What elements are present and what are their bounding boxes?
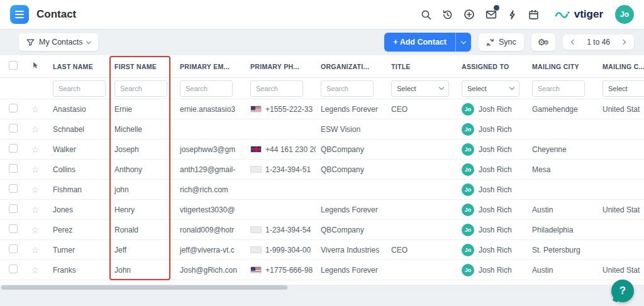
first-name-cell[interactable]: Anthony	[109, 165, 175, 174]
primary-email-cell[interactable]: anth129@gmail-	[175, 165, 245, 174]
first-name-cell[interactable]: Joseph	[109, 145, 175, 154]
assigned-to-filter-select[interactable]: Select	[462, 80, 519, 97]
row-checkbox[interactable]	[9, 104, 18, 112]
star-icon[interactable]: ☆	[31, 104, 40, 114]
primary-email-filter-input[interactable]	[180, 80, 233, 97]
organization-filter-input[interactable]	[321, 80, 374, 97]
first-name-cell[interactable]: John	[109, 266, 175, 275]
organization-cell[interactable]: Legends Forever	[316, 105, 386, 114]
star-icon[interactable]: ☆	[31, 165, 40, 175]
first-name-cell[interactable]: Jeff	[109, 246, 175, 254]
help-button[interactable]: ?	[611, 280, 634, 302]
last-name-cell[interactable]: Turner	[48, 246, 109, 254]
primary-phone-cell[interactable]: 1-234-394-51	[245, 165, 316, 174]
organization-cell[interactable]: ESW Vision	[316, 125, 386, 134]
organization-cell[interactable]: Viverra Industries	[316, 246, 386, 254]
table-row[interactable]: ☆ Turner Jeff jeff@viverra-vt.c 1-999-30…	[0, 240, 644, 260]
mailing-city-filter-input[interactable]	[532, 80, 585, 97]
star-icon[interactable]: ☆	[31, 145, 40, 155]
table-row[interactable]: ☆ Perez Ronald ronald009@hotr 1-234-394-…	[0, 220, 644, 240]
first-name-cell[interactable]: Ronald	[109, 226, 175, 234]
primary-phone-cell[interactable]: 1-999-304-00	[245, 246, 316, 254]
table-row[interactable]: ☆ Jones Henry vtigertest3030@ Legends Fo…	[0, 200, 644, 220]
table-row[interactable]: ☆ Schnabel Michelle ESW Vision Jo Josh R…	[0, 119, 644, 139]
horizontal-scrollbar[interactable]	[0, 285, 644, 290]
star-icon[interactable]: ☆	[31, 124, 40, 134]
add-icon[interactable]	[464, 9, 475, 20]
menu-icon[interactable]	[10, 5, 29, 24]
scrollbar-thumb[interactable]	[1, 285, 287, 290]
column-header-mailing-city[interactable]: MAILING CITY	[527, 63, 597, 70]
bolt-icon[interactable]	[508, 9, 518, 20]
last-name-cell[interactable]: Anastasio	[48, 105, 109, 114]
row-checkbox[interactable]	[9, 144, 18, 153]
primary-email-cell[interactable]: Josh@gRich.con	[175, 266, 245, 275]
column-header-assigned-to[interactable]: ASSIGNED TO	[457, 63, 527, 70]
column-header-last-name[interactable]: LAST NAME	[48, 63, 109, 70]
last-name-filter-input[interactable]	[53, 80, 106, 97]
star-icon[interactable]: ☆	[31, 225, 40, 235]
primary-phone-filter-input[interactable]	[250, 80, 303, 97]
prev-page-button[interactable]	[568, 38, 579, 46]
primary-email-cell[interactable]: rich@rich.com	[175, 185, 245, 194]
sync-button[interactable]: Sync	[479, 33, 524, 51]
mailing-country-filter-select[interactable]: Select	[602, 80, 644, 97]
row-checkbox[interactable]	[9, 204, 18, 213]
column-header-primary-email[interactable]: PRIMARY EM...	[175, 63, 245, 70]
primary-phone-cell[interactable]: 1-234-394-54	[245, 226, 316, 234]
table-row[interactable]: ☆ Fishman john rich@rich.com Jo Josh Ric…	[0, 180, 644, 200]
assigned-to-cell[interactable]: Jo Josh Rich	[457, 224, 527, 236]
user-avatar[interactable]: Jo	[615, 5, 634, 24]
last-name-cell[interactable]: Fishman	[48, 185, 109, 194]
organization-cell[interactable]: Legends Forever	[316, 266, 386, 275]
assigned-to-cell[interactable]: Jo Josh Rich	[457, 123, 527, 136]
last-name-cell[interactable]: Perez	[48, 226, 109, 234]
last-name-cell[interactable]: Collins	[48, 165, 109, 174]
column-header-organization[interactable]: ORGANIZATI...	[316, 63, 386, 70]
assigned-to-cell[interactable]: Jo Josh Rich	[457, 204, 527, 216]
row-checkbox[interactable]	[9, 265, 18, 273]
search-icon[interactable]	[421, 9, 431, 20]
row-checkbox[interactable]	[9, 124, 18, 133]
column-header-first-name[interactable]: FIRST NAME	[109, 63, 175, 70]
organization-cell[interactable]: QBCompany	[316, 145, 386, 154]
assigned-to-cell[interactable]: Jo Josh Rich	[457, 103, 527, 116]
select-all-checkbox[interactable]	[9, 61, 18, 70]
first-name-cell[interactable]: john	[109, 185, 175, 194]
row-checkbox[interactable]	[9, 164, 18, 173]
star-icon[interactable]: ☆	[31, 265, 40, 275]
last-name-cell[interactable]: Franks	[48, 266, 109, 275]
next-page-button[interactable]	[618, 38, 629, 46]
primary-email-cell[interactable]: josephww3@gm	[175, 145, 245, 154]
title-filter-select[interactable]: Select	[391, 80, 449, 97]
add-contact-dropdown[interactable]	[455, 33, 471, 52]
table-row[interactable]: ☆ Walker Joseph josephww3@gm +44 161 230…	[0, 139, 644, 160]
row-checkbox[interactable]	[9, 224, 18, 233]
assigned-to-cell[interactable]: Jo Josh Rich	[457, 163, 527, 176]
add-contact-button[interactable]: + Add Contact	[384, 33, 471, 52]
primary-phone-cell[interactable]: +1555-222-33	[245, 105, 316, 114]
row-checkbox[interactable]	[9, 184, 18, 193]
row-checkbox[interactable]	[9, 244, 18, 253]
column-header-mailing-country[interactable]: MAILING C...	[597, 63, 644, 70]
assigned-to-cell[interactable]: Jo Josh Rich	[457, 264, 527, 276]
primary-phone-cell[interactable]: +1775-666-98	[245, 266, 316, 275]
calendar-icon[interactable]	[528, 9, 539, 20]
organization-cell[interactable]: Legends Forever	[316, 205, 386, 214]
primary-email-cell[interactable]: jeff@viverra-vt.c	[175, 246, 245, 254]
first-name-cell[interactable]: Henry	[109, 205, 175, 214]
primary-email-cell[interactable]: ernie.anastasio3	[175, 105, 245, 114]
add-contact-label[interactable]: + Add Contact	[384, 33, 455, 52]
star-icon[interactable]: ☆	[31, 245, 40, 255]
first-name-cell[interactable]: Michelle	[109, 125, 175, 134]
last-name-cell[interactable]: Schnabel	[48, 125, 109, 134]
history-icon[interactable]	[442, 9, 453, 20]
column-header-primary-phone[interactable]: PRIMARY PH...	[245, 63, 316, 70]
first-name-cell[interactable]: Ernie	[109, 105, 175, 114]
last-name-cell[interactable]: Jones	[48, 205, 109, 214]
last-name-cell[interactable]: Walker	[48, 145, 109, 154]
table-row[interactable]: ☆ Anastasio Ernie ernie.anastasio3 +1555…	[0, 99, 644, 119]
table-row[interactable]: ☆ Collins Anthony anth129@gmail- 1-234-3…	[0, 160, 644, 180]
first-name-filter-input[interactable]	[114, 80, 167, 97]
primary-email-cell[interactable]: ronald009@hotr	[175, 226, 245, 234]
